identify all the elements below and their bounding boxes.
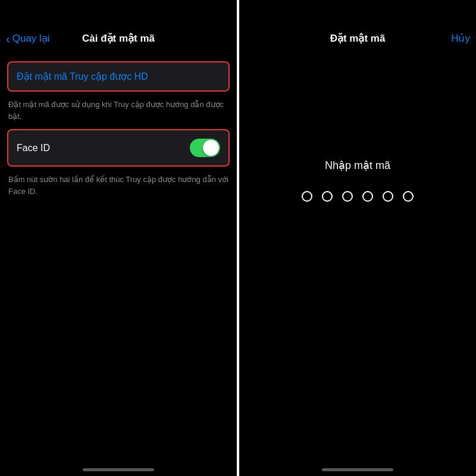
- left-panel: ‹ Quay lại Cài đặt mật mã Đặt mật mã Tru…: [0, 0, 237, 476]
- set-passcode-label: Đặt mật mã Truy cập được HD: [17, 71, 148, 82]
- passcode-dot-2: [322, 191, 333, 202]
- passcode-dot-1: [302, 191, 312, 202]
- passcode-dot-5: [383, 191, 393, 202]
- left-title: Cài đặt mật mã: [82, 32, 155, 45]
- home-indicator-right: [322, 468, 393, 471]
- passcode-dot-4: [362, 191, 373, 202]
- face-id-label: Face ID: [17, 143, 50, 154]
- left-content: Đặt mật mã Truy cập được HD Đặt mật mã đ…: [0, 52, 237, 210]
- passcode-dot-3: [342, 191, 353, 202]
- left-header: ‹ Quay lại Cài đặt mật mã: [0, 0, 237, 52]
- enter-passcode-label: Nhập mật mã: [325, 159, 390, 172]
- face-id-toggle[interactable]: [190, 139, 220, 157]
- toggle-knob: [203, 140, 219, 156]
- set-passcode-description: Đặt mật mã được sử dụng khi Truy cập đượ…: [7, 95, 230, 126]
- right-header: Đặt mật mã Hủy: [239, 0, 476, 52]
- face-id-row-wrapper: Face ID: [7, 129, 230, 167]
- right-content: Nhập mật mã: [239, 159, 476, 202]
- back-button[interactable]: ‹ Quay lại: [6, 32, 50, 45]
- home-indicator-left: [83, 468, 154, 471]
- cancel-button[interactable]: Hủy: [451, 32, 470, 45]
- back-chevron-icon: ‹: [6, 33, 10, 45]
- face-id-row: Face ID: [8, 130, 228, 165]
- right-panel: Đặt mật mã Hủy Nhập mật mã: [239, 0, 476, 476]
- back-label: Quay lại: [12, 32, 50, 45]
- passcode-dot-6: [403, 191, 414, 202]
- face-id-note: Bấm nút sườn hai lần để kết thúc Truy cậ…: [7, 170, 230, 201]
- set-passcode-item[interactable]: Đặt mật mã Truy cập được HD: [7, 61, 230, 92]
- passcode-dots: [302, 191, 414, 202]
- right-title: Đặt mật mã: [330, 32, 386, 45]
